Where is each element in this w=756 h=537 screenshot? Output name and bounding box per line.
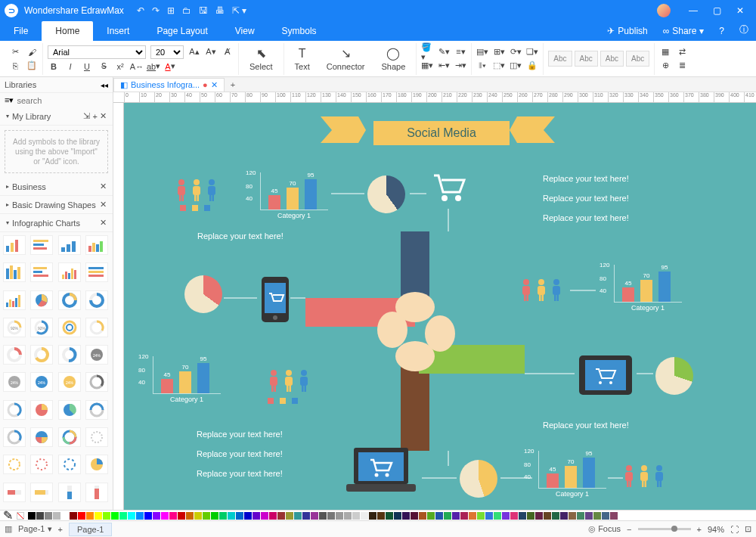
- add-icon[interactable]: +: [93, 112, 98, 121]
- shape-thumb[interactable]: 24%: [3, 372, 26, 392]
- font-color-icon[interactable]: A▾: [164, 61, 176, 73]
- color-swatch[interactable]: [494, 512, 501, 520]
- shape-thumb[interactable]: 92%: [3, 318, 26, 337]
- shape-thumb[interactable]: 24%: [30, 372, 53, 392]
- color-swatch[interactable]: [294, 512, 302, 520]
- color-swatch[interactable]: [452, 512, 460, 520]
- color-swatch[interactable]: [577, 512, 584, 520]
- save-icon[interactable]: 🖫: [199, 5, 208, 16]
- color-swatch[interactable]: [53, 512, 60, 520]
- laptop-icon[interactable]: [343, 446, 419, 496]
- shape-thumb[interactable]: [85, 483, 108, 502]
- shape-thumb[interactable]: [85, 262, 108, 282]
- tab-symbols[interactable]: Symbols: [268, 21, 330, 41]
- help-icon[interactable]: ?: [711, 21, 732, 41]
- color-swatch[interactable]: [435, 512, 443, 520]
- sidebar-collapse-icon[interactable]: ◂◂: [101, 81, 108, 89]
- color-swatch[interactable]: [136, 512, 144, 520]
- new-tab-icon[interactable]: +: [225, 80, 241, 89]
- shape-thumb[interactable]: [30, 262, 53, 282]
- arrow-start-icon[interactable]: ⇤▾: [438, 60, 450, 72]
- shape-thumb[interactable]: 92%: [30, 318, 53, 337]
- replace-text[interactable]: Replace your text here!: [543, 174, 629, 183]
- category-basic-shapes[interactable]: ▸Basic Drawing Shapes✕: [0, 196, 113, 214]
- print-icon[interactable]: 🖶: [215, 5, 225, 16]
- color-swatch[interactable]: [544, 512, 551, 520]
- color-swatch[interactable]: [302, 512, 310, 520]
- highlight-icon[interactable]: ab▾: [147, 61, 160, 73]
- focus-mode-button[interactable]: ◎ Focus: [588, 524, 621, 534]
- replace-text[interactable]: Replace your text here!: [197, 469, 283, 478]
- color-swatch[interactable]: [86, 512, 94, 520]
- library-search-input[interactable]: [17, 96, 121, 105]
- color-swatch[interactable]: [111, 512, 119, 520]
- minimize-icon[interactable]: —: [689, 5, 698, 16]
- library-options-icon[interactable]: ≡▾: [5, 95, 14, 105]
- color-swatch[interactable]: [602, 512, 609, 520]
- replace-text[interactable]: Replace your text here!: [543, 213, 629, 222]
- shape-thumb[interactable]: [58, 427, 81, 447]
- tablet-icon[interactable]: [578, 354, 634, 396]
- redo-icon[interactable]: ↷: [152, 5, 160, 16]
- bar-chart[interactable]: 120 80 40 45 70 95 Category 1: [153, 356, 221, 403]
- zoom-slider[interactable]: [638, 528, 691, 530]
- category-infographic[interactable]: ▾Infographic Charts✕: [0, 214, 113, 232]
- shape-thumb[interactable]: [3, 345, 26, 365]
- color-swatch[interactable]: [70, 512, 77, 520]
- shape-thumb[interactable]: [85, 235, 108, 255]
- shape-thumb[interactable]: [85, 427, 108, 447]
- replace-icon[interactable]: ⇄: [676, 46, 688, 58]
- bold-icon[interactable]: B: [48, 61, 60, 73]
- color-swatch[interactable]: [485, 512, 493, 520]
- layer-icon[interactable]: ≣: [676, 60, 688, 72]
- line-style-icon[interactable]: ≡▾: [454, 46, 466, 58]
- color-swatch[interactable]: [169, 512, 177, 520]
- color-swatch[interactable]: [386, 512, 393, 520]
- add-page-icon[interactable]: +: [58, 525, 63, 534]
- color-swatch[interactable]: [552, 512, 559, 520]
- color-swatch[interactable]: [411, 512, 418, 520]
- pie-chart[interactable]: [655, 357, 693, 395]
- color-swatch[interactable]: [519, 512, 526, 520]
- open-icon[interactable]: 🗀: [182, 5, 191, 16]
- replace-text[interactable]: Replace your text here!: [197, 449, 283, 458]
- color-swatch[interactable]: [186, 512, 194, 520]
- shape-thumb[interactable]: [3, 262, 26, 282]
- color-swatch[interactable]: [28, 512, 36, 520]
- color-swatch[interactable]: [153, 512, 160, 520]
- document-tab[interactable]: ◧ Business Infogra... ● ✕: [113, 78, 225, 92]
- shape-thumb[interactable]: [58, 345, 81, 365]
- tab-file[interactable]: File: [0, 21, 42, 41]
- color-swatch[interactable]: [36, 512, 44, 520]
- size-icon[interactable]: ⬚▾: [493, 60, 505, 72]
- zoom-level[interactable]: 94%: [708, 525, 724, 534]
- shape-thumb[interactable]: [3, 455, 26, 474]
- copy-icon[interactable]: ⎘: [9, 60, 21, 72]
- underline-icon[interactable]: U: [81, 61, 93, 73]
- color-swatch[interactable]: [277, 512, 285, 520]
- font-size-select[interactable]: 20: [150, 45, 184, 59]
- decrease-font-icon[interactable]: A▾: [205, 46, 217, 58]
- color-swatch[interactable]: [510, 512, 518, 520]
- shape-thumb[interactable]: [58, 483, 81, 502]
- maximize-icon[interactable]: ▢: [713, 5, 721, 16]
- replace-text[interactable]: Replace your text here!: [543, 421, 629, 430]
- color-swatch[interactable]: [327, 512, 335, 520]
- rotate-icon[interactable]: ⟳▾: [510, 46, 522, 58]
- strike-icon[interactable]: S̶: [98, 61, 110, 73]
- color-swatch[interactable]: [610, 512, 618, 520]
- text-spacing-icon[interactable]: A↔: [131, 61, 143, 73]
- pie-chart[interactable]: [460, 460, 497, 498]
- color-swatch[interactable]: [394, 512, 401, 520]
- shape-thumb[interactable]: [58, 455, 81, 474]
- tab-insert[interactable]: Insert: [93, 21, 143, 41]
- tab-page-layout[interactable]: Page Layout: [143, 21, 221, 41]
- shape-thumb[interactable]: [85, 400, 108, 420]
- tab-home[interactable]: Home: [42, 21, 93, 41]
- color-swatch[interactable]: [427, 512, 435, 520]
- color-swatch[interactable]: [311, 512, 318, 520]
- color-swatch[interactable]: [502, 512, 510, 520]
- distribute-icon[interactable]: ⫴▾: [476, 60, 488, 72]
- color-swatch[interactable]: [361, 512, 368, 520]
- bar-chart[interactable]: 120 80 40 45 70 95 Category 1: [614, 265, 682, 312]
